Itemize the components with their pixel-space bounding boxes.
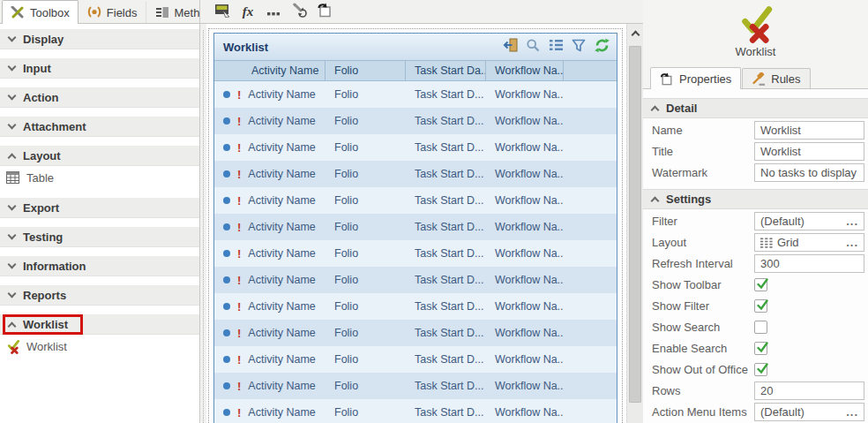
- action-menu-items-picker[interactable]: (Default)...: [754, 403, 864, 421]
- worklist-toolbar: [502, 39, 610, 55]
- sidebar-section-header-layout[interactable]: Layout: [0, 146, 199, 166]
- worklist-row[interactable]: !Activity Name Folio Task Start D... Wor…: [214, 320, 617, 346]
- task-start-cell: Task Start D...: [406, 247, 486, 260]
- task-start-cell: Task Start D...: [406, 221, 486, 233]
- column-header-folio[interactable]: Folio: [326, 61, 406, 80]
- panel-splitter[interactable]: [200, 0, 206, 423]
- list-view-button[interactable]: [548, 39, 564, 55]
- ellipsis-button[interactable]: ...: [846, 405, 858, 419]
- worklist-icon: [6, 340, 20, 353]
- worklist-row[interactable]: !Activity Name Folio Task Start D... Wor…: [214, 267, 617, 293]
- change-control-button[interactable]: [290, 3, 308, 20]
- sidebar-section-header-input[interactable]: Input: [0, 58, 199, 79]
- worklist-row[interactable]: !Activity Name Folio Task Start D... Wor…: [214, 81, 617, 108]
- tab-rules[interactable]: Rules: [742, 68, 810, 88]
- rows-field[interactable]: 20: [754, 381, 864, 400]
- section-header-settings[interactable]: Settings: [643, 189, 868, 209]
- filter-icon: [572, 39, 586, 56]
- task-status-icon: [223, 382, 230, 389]
- worklist-row[interactable]: !Activity Name Folio Task Start D... Wor…: [214, 187, 617, 214]
- sidebar-section-header-display[interactable]: Display: [0, 29, 199, 49]
- worklist-row[interactable]: !Activity Name Folio Task Start D... Wor…: [214, 293, 617, 320]
- worklist-row[interactable]: !Activity Name Folio Task Start D... Wor…: [214, 134, 617, 161]
- edit-style-button[interactable]: [213, 3, 231, 20]
- tab-toolbox[interactable]: Toolbox: [2, 0, 79, 24]
- design-canvas[interactable]: Worklist Activity NameFolioTask Start Da…: [206, 24, 626, 423]
- check-icon: [756, 301, 767, 312]
- filter-button[interactable]: [571, 39, 587, 55]
- tab-properties[interactable]: Properties: [650, 67, 741, 89]
- refresh-button[interactable]: [594, 39, 610, 55]
- scroll-up-button[interactable]: [627, 24, 643, 42]
- check-icon: [756, 365, 767, 375]
- refresh-interval-field[interactable]: 300: [754, 254, 864, 273]
- task-status-icon: [223, 409, 230, 416]
- worklist-row[interactable]: !Activity Name Folio Task Start D... Wor…: [214, 240, 617, 267]
- app-window: ToolboxFieldsMethods Display Input Actio…: [0, 0, 868, 423]
- scrollbar-thumb[interactable]: [629, 46, 641, 403]
- workflow-name-cell: Workflow Na...: [486, 380, 564, 392]
- worklist-row[interactable]: !Activity Name Folio Task Start D... Wor…: [214, 373, 617, 399]
- tab-label: Properties: [679, 72, 731, 86]
- worklist-control[interactable]: Worklist Activity NameFolioTask Start Da…: [213, 33, 617, 423]
- task-start-cell: Task Start D...: [406, 353, 486, 366]
- search-button[interactable]: [525, 39, 541, 55]
- worklist-row[interactable]: !Activity Name Folio Task Start D... Wor…: [214, 346, 617, 373]
- sidebar-section-header-reports[interactable]: Reports: [0, 285, 199, 306]
- sidebar-item-label: Table: [26, 171, 54, 185]
- sidebar-section-header-information[interactable]: Information: [0, 256, 199, 276]
- workflow-name-cell: Workflow Na...: [486, 247, 564, 260]
- task-status-icon: [223, 117, 230, 125]
- sidebar-section-header-action[interactable]: Action: [0, 87, 199, 108]
- section-header-detail[interactable]: Detail: [643, 98, 868, 118]
- task-start-cell: Task Start D...: [406, 274, 486, 286]
- paste-button[interactable]: [316, 3, 333, 20]
- sidebar-item-worklist[interactable]: Worklist: [0, 336, 199, 357]
- enable-search-checkbox[interactable]: [754, 342, 767, 355]
- more-options-button[interactable]: [265, 3, 282, 20]
- show-toolbar-checkbox[interactable]: [754, 278, 767, 291]
- task-status-icon: [223, 329, 230, 336]
- section-label-box: Testing: [7, 229, 71, 245]
- show-out-of-office-checkbox[interactable]: [754, 363, 767, 376]
- task-status-icon: [223, 91, 230, 98]
- priority-icon: !: [237, 328, 241, 339]
- column-header-workflow-na-[interactable]: Workflow Na...: [486, 61, 564, 80]
- sidebar-section-label: Reports: [23, 289, 66, 302]
- section-label-box: Input: [7, 60, 60, 77]
- column-header-activity-name[interactable]: Activity Name: [214, 61, 326, 80]
- section-label-box: Attachment: [7, 118, 95, 135]
- worklist-row[interactable]: !Activity Name Folio Task Start D... Wor…: [214, 214, 617, 240]
- expression-fx-button[interactable]: fx: [239, 3, 257, 20]
- inspector-tabbar: PropertiesRules: [643, 67, 868, 88]
- column-header-task-start-da-[interactable]: Task Start Da..: [406, 61, 486, 80]
- worklist-row[interactable]: !Activity Name Folio Task Start D... Wor…: [214, 108, 617, 134]
- task-status-icon: [223, 356, 230, 363]
- column-header-blank[interactable]: [564, 61, 617, 80]
- tab-fields[interactable]: Fields: [79, 1, 146, 23]
- worklist-row[interactable]: !Activity Name Folio Task Start D... Wor…: [214, 161, 617, 187]
- ellipsis-button[interactable]: ...: [846, 215, 858, 228]
- vertical-scrollbar[interactable]: [626, 0, 643, 423]
- folio-cell: Folio: [326, 141, 406, 154]
- show-search-checkbox[interactable]: [754, 321, 767, 334]
- picker-value: Grid: [777, 236, 799, 249]
- sidebar-section-header-testing[interactable]: Testing: [0, 227, 199, 247]
- selection-outline: Worklist Activity NameFolioTask Start Da…: [208, 28, 623, 423]
- folio-cell: Folio: [326, 274, 406, 286]
- sidebar-section-header-attachment[interactable]: Attachment: [0, 117, 199, 137]
- watermark-field[interactable]: No tasks to display: [754, 163, 864, 182]
- worklist-row[interactable]: !Activity Name Folio Task Start D... Wor…: [214, 399, 617, 423]
- sidebar-section: Export: [0, 198, 199, 218]
- activity-name-cell: Activity Name: [248, 168, 315, 180]
- filter-picker[interactable]: (Default)...: [754, 212, 864, 230]
- sidebar-section-header-worklist[interactable]: Worklist: [0, 314, 199, 335]
- sidebar-item-table[interactable]: Table: [0, 167, 199, 188]
- show-filter-checkbox[interactable]: [754, 299, 767, 313]
- name-field[interactable]: Worklist: [754, 121, 864, 140]
- out-of-office-button[interactable]: [502, 39, 518, 55]
- sidebar-section-header-export[interactable]: Export: [0, 198, 199, 218]
- title-field[interactable]: Worklist: [754, 142, 864, 161]
- ellipsis-button[interactable]: ...: [846, 236, 858, 249]
- layout-picker[interactable]: Grid...: [754, 233, 864, 252]
